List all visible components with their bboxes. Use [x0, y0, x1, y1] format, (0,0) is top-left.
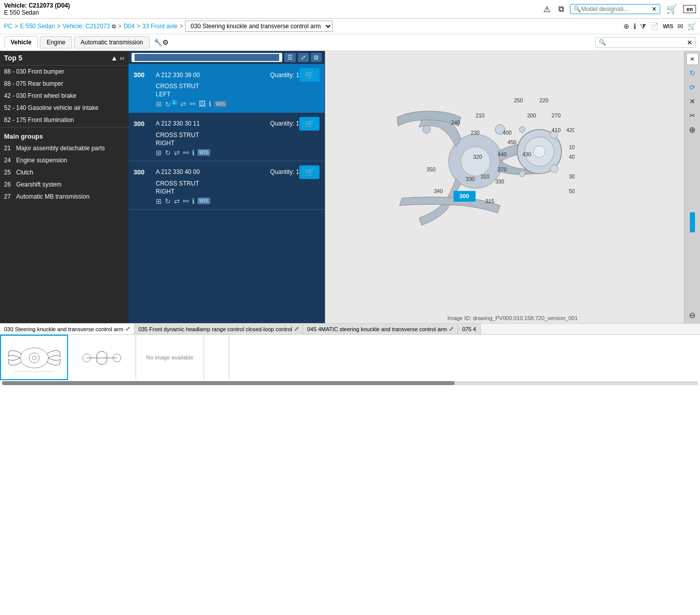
breadcrumb-current-select[interactable]: 030 Steering knuckle and transverse cont…: [185, 21, 333, 32]
bottom-thumb-2[interactable]: No image available: [136, 335, 204, 380]
svg-text:440: 440: [498, 151, 507, 157]
filter-button[interactable]: ⧩: [640, 22, 646, 31]
transmission-icons[interactable]: 🔧⚙: [154, 38, 169, 46]
part-row-2[interactable]: 300 A 212 330 40 00 Quantity: 1 🛒 CROSS …: [129, 161, 325, 210]
no-image-label-2: No image available: [146, 354, 194, 360]
tab-vehicle[interactable]: Vehicle: [4, 36, 38, 48]
part-wis-icon-0[interactable]: WIS: [214, 101, 227, 107]
group-item-21[interactable]: 21 Major assembly detachable parts: [0, 142, 129, 154]
top5-item-2[interactable]: 42 - 030 Front wheel brake: [0, 90, 129, 102]
part-cart-btn-1[interactable]: 🛒: [299, 117, 320, 131]
copy-icon-button[interactable]: ⧉: [556, 4, 566, 15]
warning-icon-button[interactable]: ⚠: [541, 4, 552, 15]
tab-search-clear[interactable]: ✕: [687, 39, 692, 46]
zoom-in-img-btn[interactable]: ⊕: [686, 124, 698, 136]
group-item-25[interactable]: 25 Clutch: [0, 166, 129, 178]
bottom-thumb-3[interactable]: [204, 335, 229, 380]
bottom-tab-3[interactable]: 075 4: [458, 324, 481, 334]
tab-automatic-transmission[interactable]: Automatic transmission: [74, 36, 150, 48]
part-link-icon-0[interactable]: ⚯: [189, 100, 196, 108]
history-btn[interactable]: ⟳: [686, 81, 698, 93]
group-label-21: Major assembly detachable parts: [16, 145, 105, 152]
part-cart-btn-2[interactable]: 🛒: [299, 165, 320, 179]
vehicle-copy-icon[interactable]: ⧉: [112, 23, 116, 30]
svg-point-5: [534, 146, 545, 157]
bottom-thumb-0[interactable]: [0, 335, 68, 380]
part-swap-icon-0[interactable]: ⇄: [180, 100, 186, 108]
shop-button[interactable]: 🛒: [687, 22, 696, 30]
part-table-icon-1[interactable]: ⊞: [156, 149, 162, 157]
part-link-icon-2[interactable]: ⚯: [183, 197, 189, 205]
search-clear-button[interactable]: ✕: [652, 6, 657, 13]
header-vehicle-info: Vehicle: C212073 (D04) E 550 Sedan: [4, 2, 70, 16]
group-item-27[interactable]: 27 Automatic MB transmission: [0, 191, 129, 203]
scrollbar-thumb[interactable]: [2, 381, 455, 385]
part-icons-0: ⊞ ↻1 ⇄ ⚯ 🖼 ℹ WIS: [156, 100, 320, 108]
breadcrumb-pc[interactable]: PC: [4, 23, 13, 30]
bottom-tab-2[interactable]: 045 4MATIC steering knuckle and transver…: [303, 324, 458, 334]
tab-search-input[interactable]: [606, 39, 687, 46]
part-code-0: A 212 330 39 00: [156, 72, 270, 79]
part-swap-icon-1[interactable]: ⇄: [174, 149, 180, 157]
part-swap-icon-2[interactable]: ⇄: [174, 197, 180, 205]
mail-button[interactable]: ✉: [677, 22, 683, 30]
bottom-tab-0[interactable]: 030 Steering knuckle and transverse cont…: [0, 324, 135, 334]
tab-engine[interactable]: Engine: [40, 36, 72, 48]
part-refresh-icon-2[interactable]: ↻: [165, 197, 171, 205]
image-id-label: Image ID: drawing_PV000.010.158.720_vers…: [325, 315, 700, 321]
parts-window-btn[interactable]: ⧉: [311, 53, 322, 62]
rotate-btn[interactable]: ↻: [686, 67, 698, 79]
part-info-icon-0[interactable]: ℹ: [209, 100, 211, 108]
bottom-tab-label-0: 030 Steering knuckle and transverse cont…: [4, 326, 123, 332]
info-button[interactable]: ℹ: [633, 22, 636, 30]
wis-button[interactable]: WIS: [663, 23, 673, 29]
part-row-1[interactable]: 300 A 212 330 30 11 Quantity: 1 🛒 CROSS …: [129, 113, 325, 161]
part-table-icon-2[interactable]: ⊞: [156, 197, 162, 205]
close-image-btn[interactable]: ✕: [686, 53, 698, 65]
bottom-tab-1[interactable]: 035 Front dynamic headlamp range control…: [135, 324, 303, 334]
vertical-slider[interactable]: [690, 212, 695, 232]
bottom-tab-external-2[interactable]: ⤢: [449, 326, 454, 332]
group-item-26[interactable]: 26 Gearshift system: [0, 178, 129, 191]
part-info-icon-2[interactable]: ℹ: [192, 197, 195, 205]
part-wis-icon-1[interactable]: WIS: [198, 149, 210, 156]
breadcrumb-d04[interactable]: D04: [123, 23, 135, 30]
part-table-icon-0[interactable]: ⊞: [156, 100, 162, 108]
part-row-2-header: 300 A 212 330 40 00 Quantity: 1 🛒: [134, 165, 320, 179]
group-item-24[interactable]: 24 Engine suspension: [0, 154, 129, 166]
zoom-in-button[interactable]: ⊕: [623, 22, 629, 30]
top5-item-3[interactable]: 52 - 140 Gasoline vehicle air intake: [0, 102, 129, 114]
part-pos-2: 300: [134, 168, 152, 176]
breadcrumb-e550[interactable]: E 550 Sedan: [20, 23, 55, 30]
top5-item-1[interactable]: 88 - 075 Rear bumper: [0, 78, 129, 90]
part-row-0[interactable]: 300 A 212 330 39 00 Quantity: 1 🛒 CROSS …: [129, 64, 325, 113]
part-wis-icon-2[interactable]: WIS: [198, 198, 210, 204]
part-refresh-icon-1[interactable]: ↻: [165, 149, 171, 157]
breadcrumb-vehicle[interactable]: Vehicle: C212073: [62, 23, 110, 30]
top5-collapse-btn[interactable]: ▲: [111, 54, 118, 62]
top5-close-btn[interactable]: ‹‹: [120, 54, 124, 62]
part-image-icon-0[interactable]: 🖼: [199, 100, 206, 108]
top5-item-0[interactable]: 88 - 030 Front bumper: [0, 66, 129, 78]
svg-text:240: 240: [451, 119, 460, 126]
breadcrumb-frontaxle[interactable]: 33 Front axle: [142, 23, 177, 30]
compare-btn[interactable]: ✕: [686, 95, 698, 107]
cart-button[interactable]: 🛒: [664, 3, 679, 16]
bottom-thumb-1[interactable]: [68, 335, 136, 380]
model-search-input[interactable]: [581, 6, 652, 13]
part-info-icon-1[interactable]: ℹ: [192, 149, 195, 157]
bottom-tab-external-0[interactable]: ⤢: [125, 326, 130, 332]
parts-expand-btn[interactable]: ⤢: [298, 53, 309, 62]
scissors-btn[interactable]: ✂: [686, 109, 698, 121]
part-cart-btn-0[interactable]: 🛒: [299, 68, 320, 82]
parts-search-input[interactable]: [135, 54, 279, 61]
document-button[interactable]: 📄: [650, 22, 659, 30]
top5-title: Top 5: [4, 54, 22, 62]
horizontal-scrollbar[interactable]: [2, 381, 698, 385]
part-refresh-icon-0[interactable]: ↻1: [165, 100, 177, 108]
part-link-icon-1[interactable]: ⚯: [183, 149, 189, 157]
bottom-tab-external-1[interactable]: ⤢: [294, 326, 299, 332]
language-badge[interactable]: en: [683, 5, 696, 13]
parts-list-view-btn[interactable]: ☰: [284, 53, 296, 62]
top5-item-4[interactable]: 82 - 175 Front illumination: [0, 114, 129, 126]
